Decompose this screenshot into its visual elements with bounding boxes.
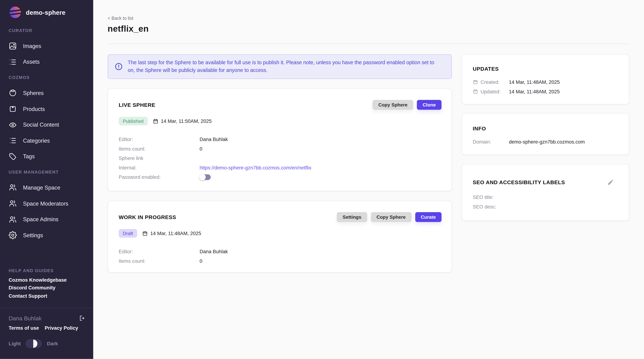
sidebar-item-images[interactable]: Images: [8, 38, 85, 54]
updated-value: 14 Mar, 11:48AM, 2025: [509, 89, 560, 94]
sidebar-item-label: Settings: [23, 232, 43, 238]
items-count-value: 0: [200, 146, 202, 151]
seo-card: SEO AND ACCESSIBILITY LABELS SEO title: …: [462, 164, 629, 221]
updated-label: Updated:: [480, 89, 509, 94]
package-icon: [8, 105, 17, 113]
app-logo[interactable]: demo-sphere: [8, 0, 85, 20]
sidebar-item-label: Space Admins: [23, 216, 58, 222]
curate-button[interactable]: Curate: [415, 212, 442, 222]
back-to-list-link[interactable]: < Back to list: [108, 16, 133, 21]
image-icon: [8, 42, 17, 50]
info-title: INFO: [473, 125, 618, 132]
sidebar-item-label: Products: [23, 106, 45, 112]
calendar-icon: [473, 79, 478, 85]
calendar-icon: [473, 89, 478, 94]
updates-title: UPDATES: [473, 66, 618, 72]
clone-button[interactable]: Clone: [417, 100, 442, 110]
theme-toggle[interactable]: [26, 339, 42, 348]
editor-value: Dana Buhlak: [200, 136, 228, 142]
calendar-icon: [142, 230, 148, 236]
password-enabled-label: Password enabled:: [119, 174, 200, 180]
items-count-label: Items count:: [119, 258, 200, 264]
published-date: 14 Mar, 11:50AM, 2025: [161, 118, 212, 124]
gear-icon: [8, 231, 17, 239]
info-card: INFO Domain: demo-sphere-gzn7bb.cozmos.c…: [462, 113, 629, 155]
publish-notice-banner: The last step for the Sphere to be avail…: [108, 54, 452, 79]
app-root: demo-sphere CURATOR Images Assets COZMOS…: [0, 0, 644, 359]
theme-light-label: Light: [8, 341, 21, 346]
sidebar-section-curator: CURATOR: [8, 28, 85, 33]
seo-title-label: SEO title:: [473, 194, 509, 200]
password-toggle-knob: [199, 174, 206, 180]
sidebar-item-manage-space[interactable]: Manage Space: [8, 180, 85, 195]
sidebar: demo-sphere CURATOR Images Assets COZMOS…: [0, 0, 93, 359]
internal-sphere-url[interactable]: https://demo-sphere-gzn7bb.cozmos.com/en…: [200, 165, 312, 170]
users-icon: [8, 183, 17, 192]
link-contact-support[interactable]: Contact Support: [8, 292, 85, 300]
created-value: 14 Mar, 11:48AM, 2025: [509, 79, 560, 85]
sidebar-divider: [0, 308, 93, 308]
sidebar-item-label: Manage Space: [23, 185, 60, 191]
sidebar-item-label: Social Content: [23, 122, 59, 128]
sidebar-item-space-admins[interactable]: Space Admins: [8, 211, 85, 227]
items-count-value: 0: [200, 258, 202, 264]
edit-pencil-icon[interactable]: [607, 179, 614, 186]
seo-desc-label: SEO desc:: [473, 204, 509, 210]
status-badge: Published: [119, 117, 148, 125]
sidebar-item-categories[interactable]: Categories: [8, 133, 85, 149]
sidebar-section-user-management: USER MANAGEMENT: [8, 169, 85, 174]
link-cozmos-knowledgebase[interactable]: Cozmos Knowledgebase: [8, 276, 85, 284]
link-privacy-policy[interactable]: Privacy Policy: [45, 325, 78, 331]
header-divider: [108, 44, 629, 44]
sidebar-item-label: Spheres: [23, 90, 44, 96]
wip-title: WORK IN PROGRESS: [119, 214, 176, 220]
sidebar-item-spheres[interactable]: Spheres: [8, 85, 85, 101]
app-title: demo-sphere: [26, 9, 66, 16]
sidebar-item-space-moderators[interactable]: Space Moderators: [8, 195, 85, 211]
users-icon: [8, 215, 17, 224]
editor-label: Editor:: [119, 249, 200, 254]
sidebar-section-help: HELP AND GUIDES: [8, 268, 85, 273]
main-content: < Back to list netflix_en The last step …: [93, 0, 644, 359]
sidebar-item-assets[interactable]: Assets: [8, 54, 85, 70]
live-sphere-card: LIVE SPHERE Copy Sphere Clone Published …: [108, 88, 452, 191]
updates-card: UPDATES Created: 14 Mar, 11:48AM, 2025 U…: [462, 54, 629, 105]
domain-label: Domain:: [473, 139, 509, 144]
sidebar-item-social-content[interactable]: Social Content: [8, 117, 85, 133]
sidebar-item-settings[interactable]: Settings: [8, 227, 85, 243]
sidebar-item-label: Space Moderators: [23, 200, 68, 206]
draft-date: 14 Mar, 11:48AM, 2025: [150, 230, 201, 236]
status-badge: Draft: [119, 229, 137, 238]
sidebar-item-label: Tags: [23, 153, 35, 160]
copy-sphere-button[interactable]: Copy Sphere: [371, 212, 411, 222]
link-terms-of-use[interactable]: Terms of use: [8, 325, 39, 331]
publish-notice-text: The last step for the Sphere to be avail…: [128, 59, 439, 75]
live-sphere-title: LIVE SPHERE: [119, 102, 156, 108]
sidebar-item-tags[interactable]: Tags: [8, 149, 85, 164]
sidebar-item-label: Images: [23, 43, 41, 49]
created-label: Created:: [480, 79, 509, 85]
page-title: netflix_en: [108, 24, 629, 34]
sidebar-item-label: Assets: [23, 59, 40, 65]
current-user-name: Dana Buhlak: [8, 315, 42, 321]
copy-sphere-button[interactable]: Copy Sphere: [372, 100, 413, 110]
logout-icon[interactable]: [78, 315, 85, 321]
sphere-icon: [8, 89, 17, 97]
items-count-label: Items count:: [119, 146, 200, 151]
link-discord-community[interactable]: Discord Community: [8, 284, 85, 292]
password-enabled-toggle[interactable]: [200, 174, 210, 180]
calendar-icon: [152, 118, 158, 124]
theme-toggle-knob: [34, 339, 38, 348]
editor-value: Dana Buhlak: [200, 249, 228, 254]
settings-button[interactable]: Settings: [337, 212, 367, 222]
sidebar-item-label: Categories: [23, 138, 50, 144]
domain-value: demo-sphere-gzn7bb.cozmos.com: [509, 139, 585, 144]
list-icon: [8, 137, 17, 145]
sidebar-section-cozmos: COZMOS: [8, 75, 85, 80]
editor-label: Editor:: [119, 136, 200, 142]
sidebar-item-products[interactable]: Products: [8, 101, 85, 117]
internal-label: Internal:: [119, 165, 200, 170]
alert-icon: [115, 62, 123, 71]
list-icon: [8, 58, 17, 66]
eye-icon: [8, 121, 17, 129]
